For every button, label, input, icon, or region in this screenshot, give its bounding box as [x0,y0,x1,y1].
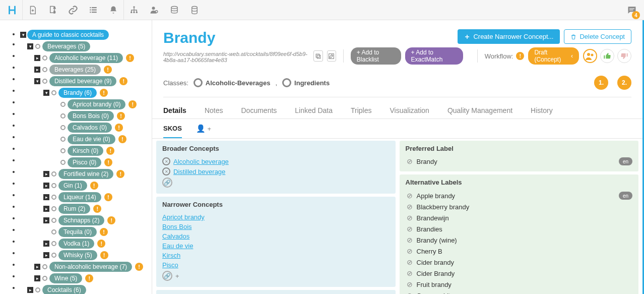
list-icon[interactable] [83,0,103,20]
notification-badge[interactable]: 4 [632,11,640,19]
class-chip[interactable]: Ingredients [282,78,330,87]
warning-icon[interactable]: ! [119,77,127,85]
warning-icon[interactable]: ! [100,251,108,259]
add-exactmatch-button[interactable]: + Add to ExactMatch [405,47,463,65]
tree-toggle[interactable] [27,287,33,293]
class-chip[interactable]: Alcoholic-Beverages [194,78,271,87]
alt-label[interactable]: Cider Brandy [417,270,455,277]
warning-icon[interactable]: ! [85,274,93,282]
tree-node[interactable]: Gin (1) [58,181,87,191]
tree-node[interactable]: Apricot brandy (0) [68,99,125,109]
tab-history[interactable]: History [531,106,553,119]
tree-toggle[interactable] [43,252,49,258]
tree-node[interactable]: Beverages (25) [49,65,101,75]
database-icon[interactable] [164,0,184,20]
user-settings-icon[interactable] [144,0,164,20]
concept-link[interactable]: Distilled beverage [173,168,225,175]
add-link-icon[interactable]: 🔗 [162,178,172,188]
tree-toggle[interactable] [43,90,49,96]
workflow-warning-icon[interactable]: ! [516,52,524,60]
delete-concept-button[interactable]: Delete Concept [564,29,631,44]
link-icon[interactable] [63,0,83,20]
concept-link[interactable]: Pisco [162,261,178,269]
tree-toggle[interactable] [34,67,40,73]
tree-node[interactable]: Kirsch (0) [68,146,103,156]
bell-icon[interactable] [103,0,123,20]
tree-node[interactable]: Eau de vie (0) [68,134,115,144]
tab-documents[interactable]: Documents [241,106,277,119]
users-icon[interactable] [583,49,597,63]
concept-link[interactable]: Calvados [162,232,189,240]
tree-toggle[interactable] [43,241,49,247]
subtab-skos[interactable]: SKOS [163,125,182,138]
hierarchy-icon[interactable] [124,0,144,20]
tree-node[interactable]: Tequila (0) [58,227,97,237]
tree-node-beverages[interactable]: Beverages (5) [42,41,90,51]
create-narrower-button[interactable]: Create Narrower Concept... [458,29,560,44]
alt-label[interactable]: Brandewijn [417,214,449,222]
tree-node[interactable]: Bons Bois (0) [68,111,114,121]
alt-label[interactable]: Apple brandy [417,192,456,200]
alt-label[interactable]: Brandies [417,225,442,233]
tab-notes[interactable]: Notes [205,106,223,119]
app-logo-icon[interactable] [2,0,22,20]
warning-icon[interactable]: ! [116,170,124,178]
tree-node[interactable]: Cocktails (6) [42,285,86,294]
tree-toggle[interactable] [34,275,40,281]
tab-triples[interactable]: Triples [351,106,372,119]
tree-node[interactable]: Wine (5) [49,273,82,283]
tab-quality[interactable]: Quality Management [447,106,512,119]
warning-icon[interactable]: ! [106,147,114,155]
new-file-icon[interactable] [23,0,43,20]
tree-node[interactable]: Calvados (0) [68,123,112,133]
warning-icon[interactable]: ! [135,263,143,271]
tree-toggle[interactable] [43,206,49,212]
warning-icon[interactable]: ! [126,54,134,62]
concept-link[interactable]: Kirsch [162,252,180,259]
tree-toggle[interactable] [34,78,40,84]
alt-label[interactable]: Blackberry brandy [417,203,470,211]
tree-toggle[interactable] [43,183,49,189]
concept-link[interactable]: Apricot brandy [162,213,205,221]
warning-icon[interactable]: ! [104,158,112,166]
remove-icon[interactable] [162,157,170,165]
alt-label[interactable]: Cherry B [417,248,442,255]
add-blacklist-button[interactable]: + Add to Blacklist [351,47,401,65]
tree-node-selected[interactable]: Brandy (6) [58,88,97,98]
alt-label[interactable]: Grape spirit [417,292,450,295]
warning-icon[interactable]: ! [107,216,115,224]
alt-label[interactable]: Fruit brandy [417,281,452,288]
tree-toggle[interactable] [43,194,49,200]
warning-icon[interactable]: ! [117,112,125,120]
server-icon[interactable] [184,0,205,20]
copy-icon[interactable] [313,50,323,62]
tab-linked-data[interactable]: Linked Data [295,106,333,119]
warning-icon[interactable]: ! [104,66,112,74]
warning-icon[interactable]: ! [115,124,123,132]
tree-node[interactable]: Distilled beverage (9) [49,76,116,86]
tree-toggle[interactable] [34,55,40,61]
tree-root[interactable]: A guide to classic cocktails [27,30,109,40]
tree-node[interactable]: Vodka (1) [58,239,94,249]
alt-label[interactable]: Cider brandy [417,259,454,266]
warning-icon[interactable]: ! [104,193,112,201]
warning-icon[interactable]: ! [97,240,105,248]
tree-toggle[interactable] [43,217,49,223]
tree-toggle[interactable] [34,264,40,270]
add-link-icon[interactable]: 🔗 [162,271,172,281]
tree-node[interactable]: Non-alcoholic beverage (7) [49,262,132,272]
edit-icon[interactable] [327,50,337,62]
tab-details[interactable]: Details [163,106,186,119]
approve-icon[interactable] [600,49,614,63]
warning-icon[interactable]: ! [100,228,108,236]
warning-icon[interactable]: ! [128,100,137,108]
subtab-add-scheme[interactable]: 👤 + [196,124,211,138]
remove-icon[interactable] [162,167,170,175]
warning-icon[interactable]: ! [118,135,126,143]
warning-icon[interactable]: ! [100,89,108,97]
tree-node[interactable]: Liqueur (14) [58,192,101,202]
tree-toggle[interactable] [43,171,49,177]
tree-node[interactable]: Alcoholic beverage (11) [49,53,123,63]
workflow-status[interactable]: Draft (Concept) ‹ [528,47,579,65]
warning-icon[interactable]: ! [93,205,101,213]
